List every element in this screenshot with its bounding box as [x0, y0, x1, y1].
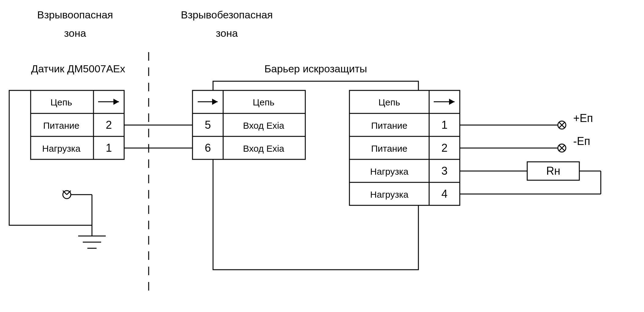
barrier-left-header: Цепь [253, 97, 275, 107]
load-loop: Rн [460, 162, 601, 194]
barrier-right-row2-pin: 3 [441, 165, 448, 177]
ground-icon [63, 191, 106, 248]
terminal-neg-label: -Еп [573, 135, 590, 147]
barrier-right-row1-name: Питание [371, 143, 407, 154]
barrier-left-row0-name: Вход Exia [243, 120, 284, 131]
sensor-row0-name: Питание [43, 120, 79, 131]
barrier-right-row3-name: Нагрузка [370, 189, 409, 200]
terminal-pos-label: +Еп [573, 112, 593, 124]
wiring-diagram: Взрывоопасная зона Взрывобезопасная зона… [0, 0, 644, 312]
load-label: Rн [546, 165, 560, 177]
hazardous-zone-label-1: Взрывоопасная [37, 9, 113, 21]
sensor-row0-pin: 2 [106, 119, 112, 131]
barrier-right-row0-name: Питание [371, 120, 407, 131]
barrier-left-row1-pin: 6 [205, 142, 211, 154]
safe-zone-label-2: зона [216, 27, 238, 39]
barrier-right-row3-pin: 4 [441, 188, 448, 200]
sensor-title: Датчик ДМ5007АЕх [31, 63, 125, 74]
barrier-right-row1-pin: 2 [441, 142, 448, 154]
sensor-row1-name: Нагрузка [42, 143, 81, 154]
barrier-right-header: Цепь [379, 97, 400, 107]
sensor-header: Цепь [51, 97, 72, 107]
terminal-neg: -Еп [460, 135, 590, 152]
safe-zone-label-1: Взрывобезопасная [181, 9, 273, 21]
barrier-right-row2-name: Нагрузка [370, 166, 409, 177]
barrier-right-row0-pin: 1 [441, 119, 448, 131]
barrier-enclosure-top [213, 81, 418, 90]
barrier-left-table: Цепь 5 Вход Exia 6 Вход Exia [192, 90, 305, 159]
barrier-left-row0-pin: 5 [205, 119, 211, 131]
barrier-left-row1-name: Вход Exia [243, 143, 284, 154]
barrier-title: Барьер искрозащиты [265, 63, 367, 74]
sensor-table: Цепь Питание 2 Нагрузка 1 [31, 90, 124, 159]
hazardous-zone-label-2: зона [64, 27, 86, 39]
barrier-right-table: Цепь Питание 1 Питание 2 Нагрузка 3 Нагр… [349, 90, 460, 205]
terminal-pos: +Еп [460, 112, 593, 129]
sensor-row1-pin: 1 [106, 142, 112, 154]
